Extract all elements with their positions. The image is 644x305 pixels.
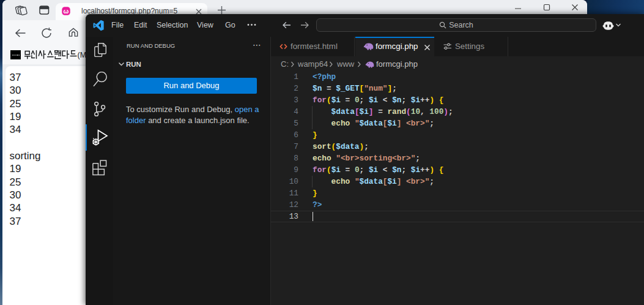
- svg-text:ω: ω: [64, 7, 69, 15]
- svg-text:(M: (M: [78, 51, 87, 59]
